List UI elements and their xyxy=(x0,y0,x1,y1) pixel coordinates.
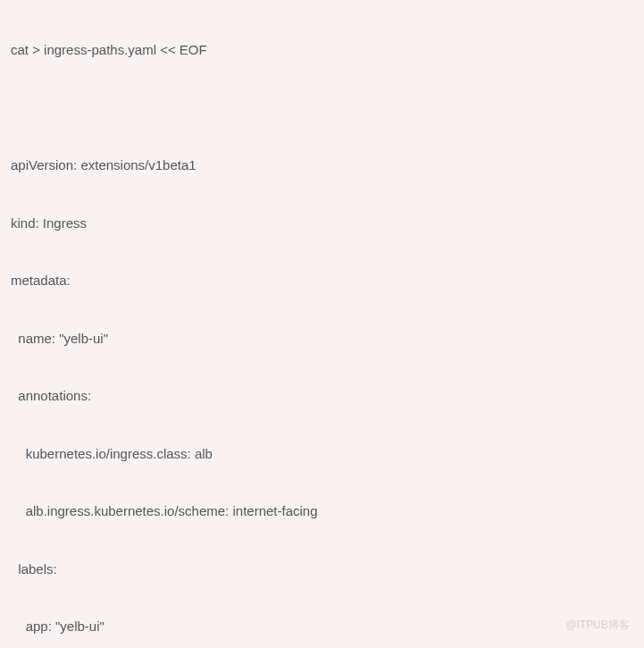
code-line: alb.ingress.kubernetes.io/scheme: intern… xyxy=(11,497,633,526)
code-line: cat > ingress-paths.yaml << EOF xyxy=(11,36,633,64)
code-line: annotations: xyxy=(11,382,633,410)
code-line: apiVersion: extensions/v1beta1 xyxy=(11,151,633,180)
watermark: @ITPUB博客 xyxy=(565,614,630,637)
code-line: kind: Ingress xyxy=(11,209,633,238)
code-line: labels: xyxy=(11,555,633,584)
code-line xyxy=(11,94,633,122)
code-line: metadata: xyxy=(11,266,633,295)
code-line: name: "yelb-ui" xyxy=(11,324,633,353)
code-line: app: "yelb-ui" xyxy=(11,612,633,641)
code-line: kubernetes.io/ingress.class: alb xyxy=(11,440,633,468)
code-block: cat > ingress-paths.yaml << EOF apiVersi… xyxy=(11,7,633,648)
